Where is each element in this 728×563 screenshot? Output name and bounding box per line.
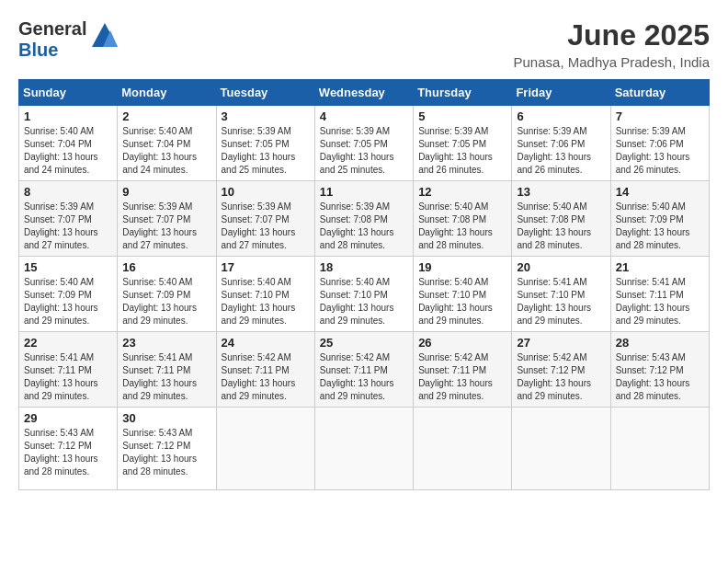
day-info: Sunrise: 5:42 AM Sunset: 7:11 PM Dayligh…	[418, 351, 506, 403]
calendar-cell: 13Sunrise: 5:40 AM Sunset: 7:08 PM Dayli…	[512, 181, 610, 257]
calendar-cell: 30Sunrise: 5:43 AM Sunset: 7:12 PM Dayli…	[118, 408, 216, 490]
calendar-cell	[512, 408, 610, 490]
calendar-table: SundayMondayTuesdayWednesdayThursdayFrid…	[18, 79, 710, 490]
calendar-week-row: 22Sunrise: 5:41 AM Sunset: 7:11 PM Dayli…	[19, 332, 710, 408]
calendar-cell: 17Sunrise: 5:40 AM Sunset: 7:10 PM Dayli…	[216, 257, 314, 332]
calendar-week-row: 15Sunrise: 5:40 AM Sunset: 7:09 PM Dayli…	[19, 257, 710, 332]
day-number: 24	[222, 336, 310, 350]
day-number: 15	[24, 260, 112, 274]
day-info: Sunrise: 5:40 AM Sunset: 7:08 PM Dayligh…	[418, 201, 506, 252]
title-area: June 2025 Punasa, Madhya Pradesh, India	[514, 18, 710, 70]
day-of-week-header: Thursday	[414, 80, 512, 106]
day-info: Sunrise: 5:41 AM Sunset: 7:11 PM Dayligh…	[616, 276, 704, 327]
calendar-cell: 1Sunrise: 5:40 AM Sunset: 7:04 PM Daylig…	[19, 106, 118, 181]
day-info: Sunrise: 5:39 AM Sunset: 7:08 PM Dayligh…	[320, 201, 408, 252]
day-number: 19	[418, 260, 506, 274]
day-number: 18	[320, 260, 408, 274]
day-number: 22	[24, 336, 112, 350]
day-of-week-header: Saturday	[610, 80, 709, 106]
calendar-cell	[216, 408, 314, 490]
calendar-cell: 18Sunrise: 5:40 AM Sunset: 7:10 PM Dayli…	[314, 257, 413, 332]
day-info: Sunrise: 5:39 AM Sunset: 7:05 PM Dayligh…	[222, 125, 310, 177]
calendar-week-row: 29Sunrise: 5:43 AM Sunset: 7:12 PM Dayli…	[19, 408, 710, 490]
calendar-cell: 14Sunrise: 5:40 AM Sunset: 7:09 PM Dayli…	[610, 181, 709, 257]
calendar-cell: 7Sunrise: 5:39 AM Sunset: 7:06 PM Daylig…	[610, 106, 709, 181]
calendar-cell: 27Sunrise: 5:42 AM Sunset: 7:12 PM Dayli…	[512, 332, 610, 408]
logo-text: General Blue	[18, 18, 86, 61]
day-info: Sunrise: 5:41 AM Sunset: 7:11 PM Dayligh…	[24, 351, 112, 403]
month-title: June 2025	[514, 18, 710, 52]
location-title: Punasa, Madhya Pradesh, India	[514, 54, 710, 70]
day-number: 1	[24, 109, 112, 123]
day-number: 28	[616, 336, 704, 350]
day-info: Sunrise: 5:39 AM Sunset: 7:07 PM Dayligh…	[122, 201, 210, 252]
day-number: 20	[517, 260, 605, 274]
day-number: 2	[122, 109, 210, 123]
day-number: 14	[616, 185, 704, 199]
day-of-week-header: Monday	[118, 80, 216, 106]
logo-icon	[90, 21, 119, 51]
day-number: 13	[517, 185, 605, 199]
day-info: Sunrise: 5:39 AM Sunset: 7:07 PM Dayligh…	[24, 201, 112, 252]
day-info: Sunrise: 5:40 AM Sunset: 7:09 PM Dayligh…	[24, 276, 112, 327]
day-info: Sunrise: 5:40 AM Sunset: 7:04 PM Dayligh…	[24, 125, 112, 177]
day-number: 26	[418, 336, 506, 350]
calendar-cell: 20Sunrise: 5:41 AM Sunset: 7:10 PM Dayli…	[512, 257, 610, 332]
calendar-cell: 12Sunrise: 5:40 AM Sunset: 7:08 PM Dayli…	[414, 181, 512, 257]
day-number: 5	[418, 109, 506, 123]
calendar-cell: 10Sunrise: 5:39 AM Sunset: 7:07 PM Dayli…	[216, 181, 314, 257]
calendar-week-row: 1Sunrise: 5:40 AM Sunset: 7:04 PM Daylig…	[19, 106, 710, 181]
calendar-cell	[314, 408, 413, 490]
calendar-cell: 29Sunrise: 5:43 AM Sunset: 7:12 PM Dayli…	[19, 408, 118, 490]
calendar-cell: 22Sunrise: 5:41 AM Sunset: 7:11 PM Dayli…	[19, 332, 118, 408]
day-info: Sunrise: 5:42 AM Sunset: 7:11 PM Dayligh…	[320, 351, 408, 403]
day-number: 3	[222, 109, 310, 123]
day-number: 4	[320, 109, 408, 123]
calendar-cell: 16Sunrise: 5:40 AM Sunset: 7:09 PM Dayli…	[118, 257, 216, 332]
calendar-week-row: 8Sunrise: 5:39 AM Sunset: 7:07 PM Daylig…	[19, 181, 710, 257]
day-info: Sunrise: 5:39 AM Sunset: 7:06 PM Dayligh…	[616, 125, 704, 177]
calendar-cell: 3Sunrise: 5:39 AM Sunset: 7:05 PM Daylig…	[216, 106, 314, 181]
day-number: 30	[122, 411, 210, 425]
day-info: Sunrise: 5:41 AM Sunset: 7:11 PM Dayligh…	[122, 351, 210, 403]
logo: General Blue	[18, 18, 119, 61]
calendar-cell: 28Sunrise: 5:43 AM Sunset: 7:12 PM Dayli…	[610, 332, 709, 408]
day-info: Sunrise: 5:39 AM Sunset: 7:06 PM Dayligh…	[517, 125, 605, 177]
day-number: 11	[320, 185, 408, 199]
logo-blue: Blue	[18, 40, 58, 60]
day-info: Sunrise: 5:41 AM Sunset: 7:10 PM Dayligh…	[517, 276, 605, 327]
calendar-cell: 19Sunrise: 5:40 AM Sunset: 7:10 PM Dayli…	[414, 257, 512, 332]
calendar-cell: 21Sunrise: 5:41 AM Sunset: 7:11 PM Dayli…	[610, 257, 709, 332]
day-info: Sunrise: 5:40 AM Sunset: 7:10 PM Dayligh…	[320, 276, 408, 327]
calendar-cell: 4Sunrise: 5:39 AM Sunset: 7:05 PM Daylig…	[314, 106, 413, 181]
calendar-cell: 23Sunrise: 5:41 AM Sunset: 7:11 PM Dayli…	[118, 332, 216, 408]
calendar-cell: 24Sunrise: 5:42 AM Sunset: 7:11 PM Dayli…	[216, 332, 314, 408]
day-info: Sunrise: 5:40 AM Sunset: 7:09 PM Dayligh…	[122, 276, 210, 327]
day-number: 7	[616, 109, 704, 123]
day-number: 17	[222, 260, 310, 274]
day-info: Sunrise: 5:42 AM Sunset: 7:12 PM Dayligh…	[517, 351, 605, 403]
day-info: Sunrise: 5:39 AM Sunset: 7:05 PM Dayligh…	[320, 125, 408, 177]
day-of-week-header: Tuesday	[216, 80, 314, 106]
day-info: Sunrise: 5:39 AM Sunset: 7:07 PM Dayligh…	[222, 201, 310, 252]
page-header: General Blue June 2025 Punasa, Madhya Pr…	[18, 18, 710, 70]
calendar-cell: 25Sunrise: 5:42 AM Sunset: 7:11 PM Dayli…	[314, 332, 413, 408]
calendar-cell	[414, 408, 512, 490]
day-number: 12	[418, 185, 506, 199]
day-number: 21	[616, 260, 704, 274]
day-number: 23	[122, 336, 210, 350]
day-info: Sunrise: 5:40 AM Sunset: 7:04 PM Dayligh…	[122, 125, 210, 177]
day-info: Sunrise: 5:39 AM Sunset: 7:05 PM Dayligh…	[418, 125, 506, 177]
day-of-week-header: Friday	[512, 80, 610, 106]
calendar-header-row: SundayMondayTuesdayWednesdayThursdayFrid…	[19, 80, 710, 106]
calendar-cell: 26Sunrise: 5:42 AM Sunset: 7:11 PM Dayli…	[414, 332, 512, 408]
day-of-week-header: Sunday	[19, 80, 118, 106]
day-info: Sunrise: 5:42 AM Sunset: 7:11 PM Dayligh…	[222, 351, 310, 403]
day-info: Sunrise: 5:43 AM Sunset: 7:12 PM Dayligh…	[122, 427, 210, 478]
calendar-cell	[610, 408, 709, 490]
day-number: 6	[517, 109, 605, 123]
day-of-week-header: Wednesday	[314, 80, 413, 106]
day-number: 16	[122, 260, 210, 274]
day-number: 9	[122, 185, 210, 199]
day-info: Sunrise: 5:43 AM Sunset: 7:12 PM Dayligh…	[616, 351, 704, 403]
